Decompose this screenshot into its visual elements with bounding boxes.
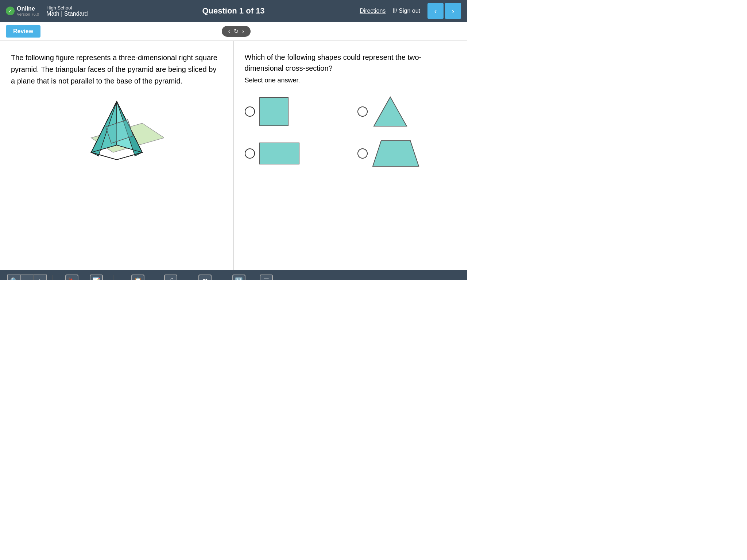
mini-nav: ‹ ↻ › — [222, 26, 251, 37]
sign-out-button[interactable]: ll/ Sign out — [393, 8, 420, 14]
pyramid-svg — [69, 94, 164, 167]
highlighter-button[interactable]: 🖊 highlighter — [157, 272, 184, 280]
select-prompt: Select one answer. — [245, 77, 456, 84]
breadcrumb: High School Math | Standard — [46, 5, 88, 17]
zoom-icon: 🔍 — [7, 275, 20, 280]
pyramid-container — [11, 94, 222, 167]
answer-option-c[interactable] — [245, 139, 343, 168]
zoom-in-button[interactable]: + — [34, 275, 47, 280]
online-label: Online — [17, 5, 39, 12]
calculator-button[interactable]: 🔢 calculator — [226, 272, 252, 280]
divider-1 — [53, 275, 53, 280]
zoom-tool: 🔍 − + zoom — [7, 275, 47, 280]
review-button[interactable]: Review — [6, 25, 40, 38]
next-button[interactable]: › — [445, 3, 461, 19]
calculator-icon: 🔢 — [232, 275, 245, 280]
zoom-out-button[interactable]: − — [20, 275, 34, 280]
bookmark-button[interactable]: 🔖 bookmark — [59, 272, 85, 280]
status-text: Online Version 76.0 — [17, 5, 39, 16]
line-reader-button[interactable]: ☰ line-reader — [252, 272, 280, 280]
bookmark-icon: 🔖 — [65, 275, 78, 280]
radio-d[interactable] — [357, 148, 368, 159]
reference-guide-icon: 📋 — [131, 275, 144, 280]
breadcrumb-top: High School — [46, 5, 88, 11]
shape-square — [259, 97, 289, 126]
radio-c[interactable] — [245, 148, 255, 159]
shape-rectangle — [259, 143, 299, 164]
zoom-controls: 🔍 − + — [7, 275, 47, 280]
left-panel: The following figure represents a three-… — [0, 41, 234, 270]
right-panel: Which of the following shapes could repr… — [234, 41, 467, 270]
highlighter-icon: 🖊 — [164, 275, 177, 280]
divider-2 — [113, 275, 113, 280]
radio-a[interactable] — [245, 106, 255, 117]
line-reader-icon: ☰ — [260, 275, 273, 280]
main-content: The following figure represents a three-… — [0, 41, 467, 270]
answer-option-b[interactable] — [357, 95, 456, 128]
svg-marker-8 — [374, 97, 407, 126]
secondary-bar: Review ‹ ↻ › — [0, 22, 467, 41]
breadcrumb-bottom: Math | Standard — [46, 11, 88, 17]
answer-option-d[interactable] — [357, 139, 456, 168]
svg-marker-9 — [373, 141, 419, 166]
answers-grid — [245, 95, 456, 168]
radio-b[interactable] — [357, 106, 368, 117]
answer-prompt: Which of the following shapes could repr… — [245, 52, 456, 74]
online-icon: ✓ — [6, 7, 15, 15]
shape-trapezoid — [372, 139, 419, 168]
reference-guide-button[interactable]: 📋 reference guide — [119, 272, 157, 280]
question-title: Question 1 of 13 — [202, 6, 264, 16]
question-text: The following figure represents a three-… — [11, 52, 222, 87]
bottom-toolbar: 🔍 − + zoom 🔖 bookmark 📝 note 📋 reference… — [0, 270, 467, 280]
note-button[interactable]: 📝 note — [85, 272, 107, 280]
status-badge: ✓ Online Version 76.0 — [6, 5, 39, 16]
answer-eliminator-icon: ✖ — [198, 275, 212, 280]
top-bar: ✓ Online Version 76.0 High School Math |… — [0, 0, 467, 22]
prev-button[interactable]: ‹ — [427, 3, 444, 19]
refresh-icon: ↻ — [234, 28, 239, 35]
mini-prev-button[interactable]: ‹ — [226, 27, 232, 35]
mini-next-button[interactable]: › — [240, 27, 246, 35]
note-icon: 📝 — [90, 275, 103, 280]
answer-eliminator-button[interactable]: ✖ answer eliminator — [184, 272, 226, 280]
shape-triangle — [372, 95, 409, 128]
version-label: Version 76.0 — [17, 12, 39, 16]
answer-option-a[interactable] — [245, 95, 343, 128]
nav-buttons: ‹ › — [427, 3, 461, 19]
directions-link[interactable]: Directions — [360, 8, 386, 14]
top-right-controls: Directions ll/ Sign out ‹ › — [360, 3, 461, 19]
